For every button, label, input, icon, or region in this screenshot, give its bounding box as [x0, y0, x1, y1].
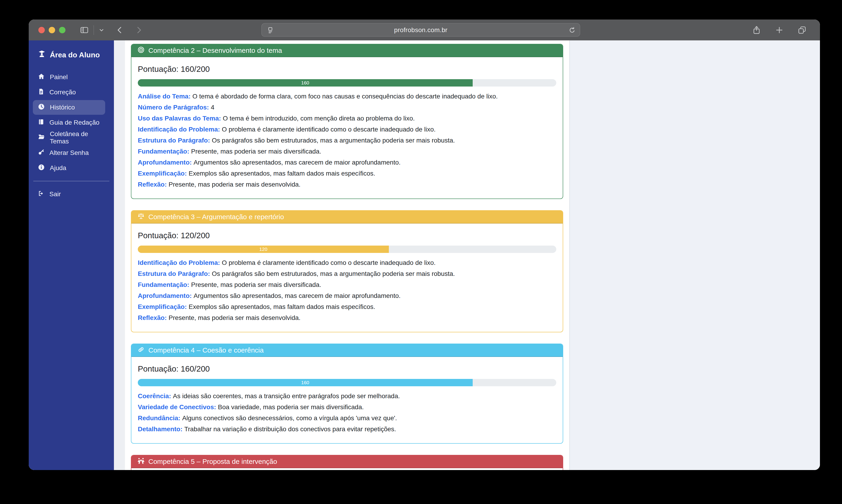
sidebar-item-guia-de-redacao[interactable]: Guia de Redação	[33, 115, 105, 130]
sidebar-item-label: Alterar Senha	[49, 149, 89, 157]
feedback-line: Uso das Palavras do Tema:O tema é bem in…	[138, 115, 556, 122]
competency-card-2: Competência 2 – Desenvolvimento do tema …	[131, 44, 563, 199]
share-icon[interactable]	[752, 25, 761, 35]
sidebar-item-coletanea-de-temas[interactable]: Coletânea de Temas	[33, 130, 105, 145]
feedback-line: Reflexão:Presente, mas poderia ser mais …	[138, 314, 556, 321]
key-icon	[38, 149, 44, 157]
card-header: Competência 5 – Proposta de intervenção	[131, 455, 563, 468]
feedback-line: Coerência:As ideias são coerentes, mas a…	[138, 393, 556, 400]
feedback-line: Aprofundamento:Argumentos são apresentad…	[138, 292, 556, 299]
card-title: Competência 5 – Proposta de intervenção	[148, 457, 277, 465]
folder-open-icon	[38, 133, 45, 142]
score-text: Pontuação: 160/200	[138, 65, 556, 74]
sidebar-item-label: Painel	[50, 73, 68, 81]
card-header: Competência 3 – Argumentação e repertóri…	[131, 211, 563, 223]
feedback-line: Número de Parágrafos:4	[138, 104, 556, 111]
feedback-line: Exemplificação:Exemplos são apresentados…	[138, 303, 556, 310]
reload-icon[interactable]	[568, 26, 576, 35]
feedback-line: Reflexão:Presente, mas poderia ser mais …	[138, 181, 556, 188]
clock-icon	[38, 103, 45, 112]
progress-value-label: 120	[259, 247, 267, 252]
zoom-window-button[interactable]	[59, 27, 66, 33]
sidebar-item-historico[interactable]: Histórico	[33, 100, 105, 115]
feedback-line: Aprofundamento:Argumentos são apresentad…	[138, 159, 556, 166]
book-icon	[38, 119, 44, 127]
sidebar-item-label: Ajuda	[50, 164, 66, 172]
sidebar: Área do Aluno Painel Correção Histórico	[29, 40, 114, 470]
progress-bar: 160	[138, 79, 556, 87]
progress-value-label: 160	[301, 80, 309, 86]
info-icon	[38, 164, 45, 173]
browser-window: profrobson.com.br	[29, 19, 820, 470]
toolbar-divider	[93, 25, 94, 35]
minimize-window-button[interactable]	[49, 27, 55, 33]
feedback-line: Estrutura do Parágrafo:Os parágrafos são…	[138, 270, 556, 277]
feedback-line: Detalhamento:Trabalhar na variação e dis…	[138, 426, 556, 433]
main-area: Competência 2 – Desenvolvimento do tema …	[114, 40, 820, 470]
close-window-button[interactable]	[38, 27, 45, 33]
page-content: Competência 2 – Desenvolvimento do tema …	[114, 40, 570, 470]
score-text: Pontuação: 160/200	[138, 364, 556, 373]
feedback-line: Identificação do Problema:O problema é c…	[138, 259, 556, 266]
competency-card-3: Competência 3 – Argumentação e repertóri…	[131, 210, 563, 332]
progress-fill: 120	[138, 246, 389, 253]
home-icon	[38, 73, 45, 82]
sidebar-item-alterar-senha[interactable]: Alterar Senha	[33, 145, 105, 160]
card-header: Competência 2 – Desenvolvimento do tema	[131, 44, 563, 57]
sidebar-item-label: Guia de Redação	[49, 119, 100, 126]
address-bar[interactable]: profrobson.com.br	[261, 23, 580, 37]
sidebar-item-correcao[interactable]: Correção	[33, 85, 105, 100]
balance-scale-icon	[137, 213, 145, 221]
sidebar-item-ajuda[interactable]: Ajuda	[33, 161, 105, 175]
sidebar-item-painel[interactable]: Painel	[33, 70, 105, 85]
feedback-line: Redundância:Alguns conectivos são desnec…	[138, 415, 556, 421]
link-icon	[137, 346, 145, 355]
sidebar-item-label: Correção	[49, 89, 76, 96]
card-title: Competência 3 – Argumentação e repertóri…	[148, 213, 284, 221]
window-controls	[38, 27, 66, 33]
sidebar-item-sair[interactable]: Sair	[33, 187, 105, 201]
progress-bar: 160	[138, 379, 556, 386]
sign-out-icon	[38, 190, 44, 198]
feedback-line: Análise do Tema:O tema é abordado de for…	[138, 93, 556, 100]
page-gutter	[114, 40, 125, 470]
score-text: Pontuação: 120/200	[138, 231, 556, 240]
chevron-down-icon[interactable]	[99, 27, 105, 33]
card-header: Competência 4 – Coesão e coerência	[131, 344, 563, 357]
sidebar-item-label: Sair	[49, 191, 61, 198]
sidebar-divider	[33, 181, 109, 181]
file-icon	[38, 88, 44, 96]
sidebar-item-label: Histórico	[50, 104, 75, 111]
sidebar-brand: Área do Aluno	[29, 47, 114, 63]
card-title: Competência 4 – Coesão e coerência	[148, 346, 264, 354]
sidebar-title: Área do Aluno	[50, 51, 100, 59]
card-title: Competência 2 – Desenvolvimento do tema	[148, 47, 282, 54]
progress-value-label: 160	[301, 380, 309, 385]
feedback-line: Estrutura do Parágrafo:Os parágrafos são…	[138, 137, 556, 144]
feedback-line: Fundamentação:Presente, mas poderia ser …	[138, 148, 556, 155]
tab-overview-icon[interactable]	[797, 25, 807, 35]
competency-card-4: Competência 4 – Coesão e coerência Pontu…	[131, 344, 563, 444]
url-text: profrobson.com.br	[262, 26, 580, 34]
feedback-line: Variedade de Conectivos:Boa variedade, m…	[138, 404, 556, 411]
feedback-line: Exemplificação:Exemplos são apresentados…	[138, 170, 556, 177]
progress-fill: 160	[138, 79, 473, 87]
sidebar-toggle-icon[interactable]	[80, 25, 89, 35]
people-carry-icon	[137, 457, 145, 466]
bullseye-icon	[137, 46, 145, 55]
reader-view-icon[interactable]	[266, 26, 274, 35]
progress-fill: 160	[138, 379, 473, 386]
competency-card-5: Competência 5 – Proposta de intervenção …	[131, 455, 563, 470]
forward-button[interactable]	[134, 26, 143, 34]
sidebar-item-label: Coletânea de Temas	[50, 130, 105, 145]
progress-bar: 120	[138, 246, 556, 253]
feedback-line: Identificação do Problema:O problema é c…	[138, 126, 556, 133]
user-graduate-icon	[38, 50, 46, 60]
new-tab-icon[interactable]	[775, 26, 784, 34]
browser-toolbar: profrobson.com.br	[29, 19, 820, 40]
back-button[interactable]	[116, 26, 124, 34]
feedback-line: Fundamentação:Presente, mas poderia ser …	[138, 281, 556, 288]
